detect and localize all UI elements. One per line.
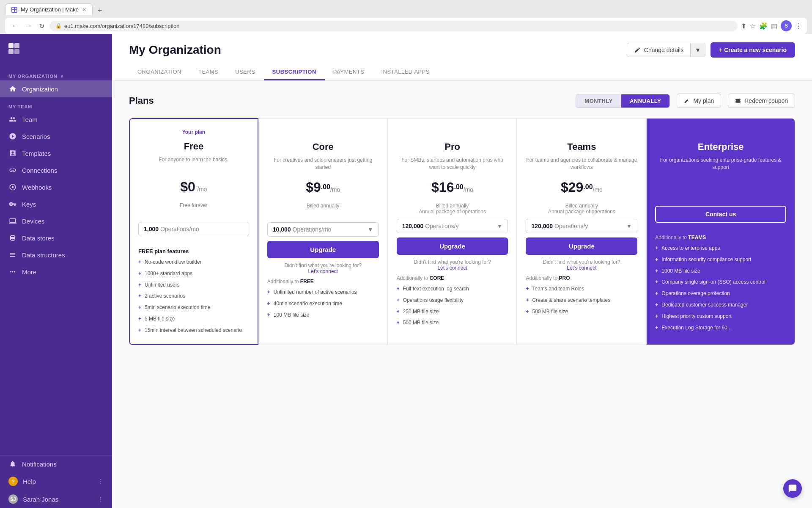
price-cents: .00 [583,183,593,190]
sidebar-item-label: Help [23,478,36,485]
sidebar-item-user[interactable]: SJ Sarah Jonas ⋮ [0,490,112,508]
free-plan-price: $0 /mo [138,179,249,195]
sidebar-item-devices[interactable]: Devices [0,213,112,229]
menu-button[interactable]: ⋮ [795,22,802,30]
sidebar-logo [0,34,112,68]
tab-subscription[interactable]: SUBSCRIPTION [264,64,325,80]
user-avatar: SJ [8,494,18,504]
extensions-button[interactable]: 🧩 [759,22,768,30]
annually-toggle-button[interactable]: ANNUALLY [621,94,669,108]
teams-plan-billing: Billed annually Annual package of operat… [526,203,637,215]
plans-section: Plans MONTHLY ANNUALLY My plan Redeem co… [112,81,812,508]
sidebar-item-keys[interactable]: Keys [0,196,112,213]
teams-lets-connect[interactable]: Let's connect [567,265,596,271]
sidebar-item-label: Webhooks [22,184,52,191]
price-amount: $0 [180,179,195,194]
devices-icon [8,217,17,225]
pro-plan-billing: Billed annually Annual package of operat… [397,203,508,215]
core-plan-name: Core [267,141,379,152]
tab-organization[interactable]: ORGANIZATION [129,64,190,80]
core-lets-connect[interactable]: Let's connect [308,268,338,274]
sidebar-item-data-structures[interactable]: Data structures [0,246,112,263]
sidebar-item-webhooks[interactable]: Webhooks [0,179,112,196]
price-amount: $16 [431,179,454,195]
plans-controls: MONTHLY ANNUALLY My plan Redeem coupon [576,94,795,108]
redeem-coupon-button[interactable]: Redeem coupon [728,94,795,108]
sidebar-item-data-stores[interactable]: Data stores [0,229,112,246]
chevron-down-icon: ▼ [497,223,503,229]
free-plan-desc: For anyone to learn the basics. [138,156,249,171]
plan-card-free: Your plan Free For anyone to learn the b… [129,118,258,345]
sidebar-item-label: Team [22,116,38,123]
sidebar-item-connections[interactable]: Connections [0,162,112,179]
teams-ops-selector[interactable]: 120,000 Operations/y ▼ [526,219,637,233]
page-title: My Organization [129,43,221,57]
team-section-label: MY TEAM [0,100,112,111]
tab-installed-apps[interactable]: INSTALLED APPS [373,64,438,80]
feature-item: +Access to enterprise apps [655,245,786,252]
sidebar-item-scenarios[interactable]: Scenarios [0,128,112,145]
header-actions: Change details ▼ + Create a new scenario [627,42,795,58]
tab-users[interactable]: USERS [227,64,263,80]
contact-us-button[interactable]: Contact us [655,206,786,223]
svg-point-8 [12,186,14,188]
create-scenario-button[interactable]: + Create a new scenario [710,42,795,58]
sidebar-item-templates[interactable]: Templates [0,145,112,162]
sidebar-item-label: Connections [22,167,57,174]
sidebar-item-label: Scenarios [22,133,50,140]
your-plan-badge: Your plan [138,129,249,135]
pro-find-link: Didn't find what you're looking for? Let… [397,259,508,271]
free-plan-name: Free [138,141,249,152]
my-plan-button[interactable]: My plan [677,94,721,108]
chevron-down-icon: ▼ [368,226,373,233]
sidebar-item-team[interactable]: Team [0,111,112,128]
price-amount: $29 [561,179,583,195]
more-icon [8,268,17,276]
sidebar-item-organization[interactable]: Organization [0,80,112,97]
feature-item: +15min interval between scheduled scenar… [138,327,249,334]
user-more-icon[interactable]: ⋮ [98,496,104,502]
monthly-toggle-button[interactable]: MONTHLY [576,94,621,108]
pro-ops-selector[interactable]: 120,000 Operations/y ▼ [397,219,508,233]
bookmark-button[interactable]: ☆ [750,22,756,30]
teams-upgrade-button[interactable]: Upgrade [526,237,637,255]
sidebar-item-more[interactable]: More [0,263,112,280]
new-tab-button[interactable]: + [94,6,106,15]
sidebar-item-help[interactable]: ? Help ⋮ [0,472,112,490]
ops-unit: Operations/y [554,223,588,229]
pro-upgrade-button[interactable]: Upgrade [397,237,508,255]
core-ops-selector[interactable]: 10,000 Operations/mo ▼ [267,222,379,237]
sidebar-button[interactable]: ▤ [771,22,777,30]
tab-close-button[interactable]: ✕ [82,7,86,13]
help-more-icon[interactable]: ⋮ [98,478,104,485]
core-upgrade-button[interactable]: Upgrade [267,241,379,258]
price-period: /mo [330,186,340,193]
feature-item: +Create & share scenario templates [526,297,637,304]
tab-teams[interactable]: TEAMS [190,64,227,80]
pro-lets-connect[interactable]: Let's connect [437,265,467,271]
active-tab[interactable]: My Organization | Make ✕ [5,3,93,15]
change-details-button[interactable]: Change details ▼ [627,43,705,57]
profile-button[interactable]: S [781,20,792,31]
feature-item: +Operations usage flexibility [397,297,508,304]
ticket-icon [735,98,741,104]
pro-plan-price: $16.00/mo [397,179,508,195]
refresh-button[interactable]: ↻ [37,21,46,31]
price-period: /mo [464,186,473,193]
forward-button[interactable]: → [24,21,34,30]
chat-bubble[interactable] [783,479,802,498]
dropdown-arrow-icon[interactable]: ▼ [690,43,705,57]
back-button[interactable]: ← [10,21,20,30]
svg-rect-7 [14,49,19,54]
sidebar-item-notifications[interactable]: Notifications [0,456,112,472]
home-icon [8,85,17,93]
share-button[interactable]: ⬆ [741,22,746,30]
tab-payments[interactable]: PAYMENTS [325,64,373,80]
svg-rect-0 [12,8,14,9]
svg-rect-1 [15,8,16,9]
feature-item: +Execution Log Storage for 60... [655,324,786,331]
tab-favicon [11,7,17,13]
org-section-label[interactable]: MY ORGANIZATION ▼ [0,70,112,80]
free-features-header: FREE plan features [138,248,249,254]
url-bar[interactable]: 🔒 eu1.make.com/organization/17480/subscr… [49,21,738,31]
